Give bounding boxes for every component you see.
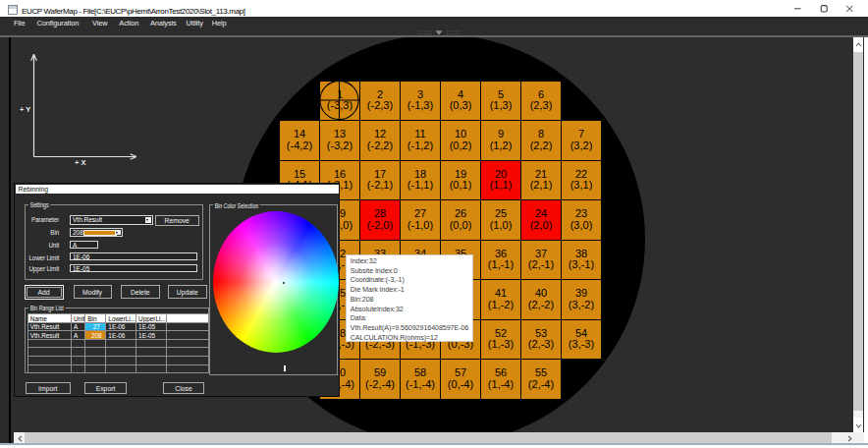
svg-text:+ X: + X xyxy=(75,158,85,167)
svg-text:+ Y: + Y xyxy=(20,105,30,114)
